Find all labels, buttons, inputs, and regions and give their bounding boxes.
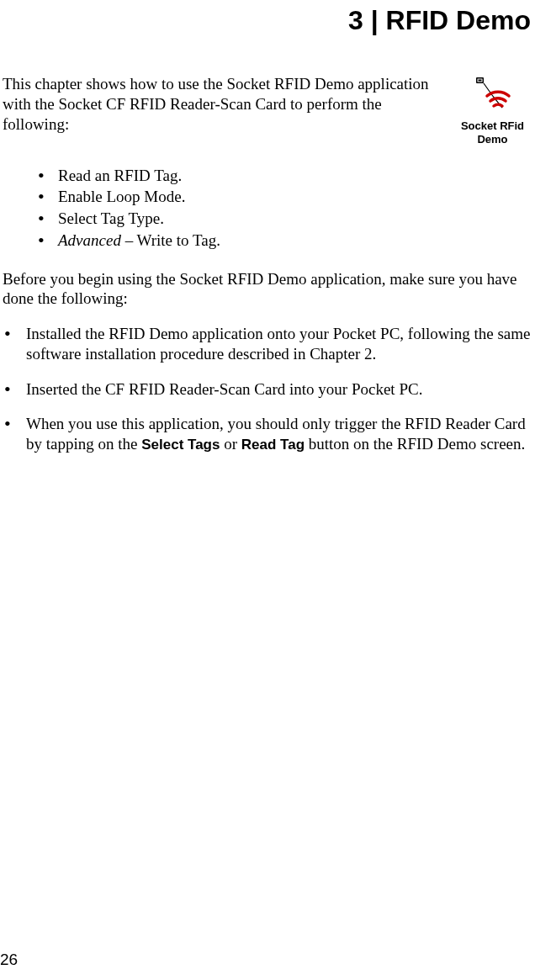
logo-caption-line1: Socket RFid — [461, 119, 524, 133]
prereq-strong: Read Tag — [241, 437, 305, 453]
logo-caption-line2: Demo — [477, 133, 507, 146]
feature-text: Select Tag Type. — [58, 209, 164, 227]
list-item: Read an RFID Tag. — [38, 166, 532, 186]
list-item: Enable Loop Mode. — [38, 187, 532, 207]
feature-text: Enable Loop Mode. — [58, 188, 185, 205]
intro-paragraph: This chapter shows how to use the Socket… — [3, 74, 444, 134]
feature-suffix: – Write to Tag. — [121, 231, 220, 249]
prereq-text: Inserted the CF RFID Reader-Scan Card in… — [26, 380, 422, 398]
before-paragraph: Before you begin using the Socket RFID D… — [3, 269, 532, 310]
prereq-text: Installed the RFID Demo application onto… — [26, 325, 530, 363]
list-item: Advanced – Write to Tag. — [38, 230, 532, 251]
list-item: Select Tag Type. — [38, 209, 532, 229]
svg-rect-2 — [478, 80, 481, 82]
page-content: This chapter shows how to use the Socket… — [0, 74, 535, 454]
rfid-signal-icon — [472, 76, 514, 116]
feature-text: Read an RFID Tag. — [58, 167, 182, 184]
feature-prefix-italic: Advanced — [58, 231, 121, 249]
prereq-seg: button on the RFID Demo screen. — [305, 435, 525, 453]
page-number: 26 — [0, 950, 18, 970]
prerequisite-list: Installed the RFID Demo application onto… — [3, 324, 532, 454]
chapter-title: 3 | RFID Demo — [0, 3, 531, 37]
prereq-seg: or — [220, 435, 241, 453]
socket-rfid-demo-logo: Socket RFid Demo — [453, 74, 532, 147]
prereq-strong: Select Tags — [141, 437, 220, 453]
list-item: When you use this application, you shoul… — [3, 414, 532, 454]
feature-list: Read an RFID Tag. Enable Loop Mode. Sele… — [3, 166, 532, 251]
list-item: Installed the RFID Demo application onto… — [3, 324, 532, 364]
list-item: Inserted the CF RFID Reader-Scan Card in… — [3, 379, 532, 400]
intro-row: This chapter shows how to use the Socket… — [3, 74, 532, 147]
